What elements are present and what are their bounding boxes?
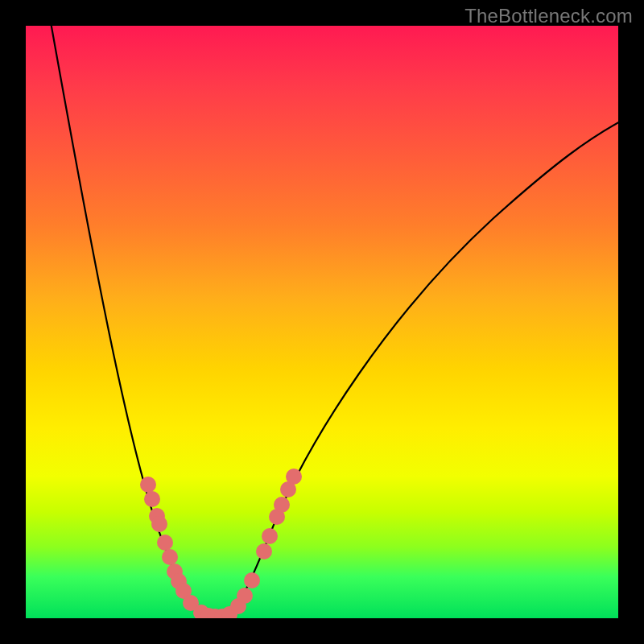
data-dot: [151, 516, 167, 532]
plot-area: [26, 26, 618, 618]
chart-svg: [26, 26, 618, 618]
data-dot: [140, 477, 156, 493]
data-dot: [274, 497, 290, 513]
data-dot: [286, 469, 302, 485]
bottleneck-curve: [50, 26, 618, 617]
data-dot: [262, 528, 278, 544]
data-dot: [256, 543, 272, 559]
chart-frame: TheBottleneck.com: [0, 0, 644, 644]
data-dot: [162, 549, 178, 565]
data-dot: [244, 572, 260, 588]
curve-layer: [50, 26, 618, 617]
watermark-label: TheBottleneck.com: [464, 5, 633, 27]
data-dot: [237, 588, 253, 604]
data-dots: [140, 469, 302, 618]
data-dot: [144, 491, 160, 507]
data-dot: [157, 535, 173, 551]
